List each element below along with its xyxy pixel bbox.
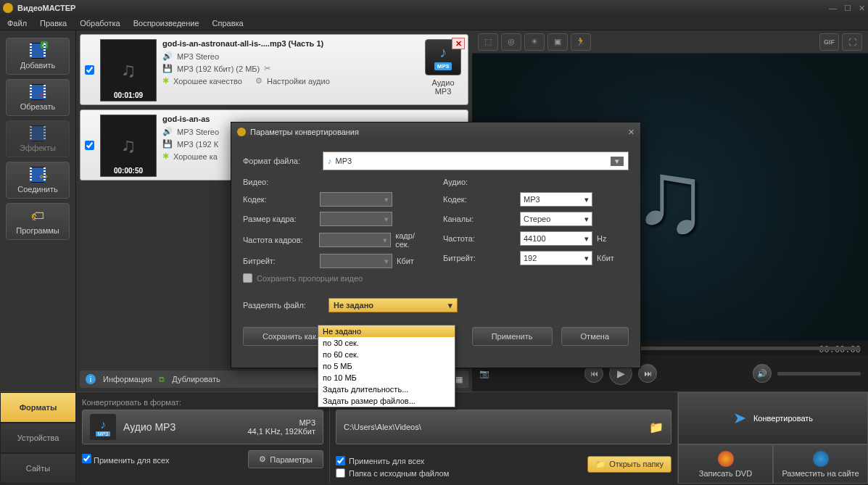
effects-label: Эффекты <box>20 144 56 152</box>
dialog-title: Параметры конвертирования <box>250 128 359 136</box>
info-button[interactable]: Информация <box>103 375 152 384</box>
split-option[interactable]: по 5 МБ <box>318 360 455 372</box>
brightness-icon[interactable]: ☀ <box>524 33 545 51</box>
video-codec-select: ▾ <box>320 192 392 207</box>
info-icon[interactable]: i <box>86 374 96 384</box>
tab-formats[interactable]: Форматы <box>0 392 76 423</box>
volume-icon[interactable]: 🔊 <box>753 364 772 383</box>
next-button[interactable]: ⏭ <box>638 364 657 383</box>
maximize-icon[interactable]: ☐ <box>844 4 851 13</box>
frequency-select[interactable]: 44100▾ <box>520 231 592 246</box>
join-button[interactable]: ⚯ Соединить <box>6 162 70 199</box>
split-option[interactable]: по 10 МБ <box>318 372 455 384</box>
add-label: Добавить <box>20 61 56 70</box>
chevron-down-icon: ▾ <box>448 301 452 310</box>
save-applyall-checkbox[interactable]: Применить для всех <box>336 456 449 465</box>
programs-button[interactable]: 🏷 Программы <box>6 203 70 240</box>
effects-button[interactable]: Эффекты <box>6 120 70 157</box>
audio-bitrate-select[interactable]: 192▾ <box>520 251 592 265</box>
tab-sites[interactable]: Сайты <box>0 453 76 484</box>
split-option[interactable]: Задать размер файлов... <box>318 395 455 407</box>
duplicate-icon[interactable]: ⧉ <box>159 375 165 384</box>
snapshot-icon[interactable]: ◎ <box>501 33 521 51</box>
save-path-selector[interactable]: C:\Users\Alex\Videos\ 📁 <box>336 410 671 444</box>
split-option[interactable]: по 30 сек. <box>318 337 455 349</box>
keep-ratio-checkbox <box>243 273 252 283</box>
file-name: god-is-an-astronaut-all-is-....mp3 (Част… <box>162 39 417 48</box>
file-item[interactable]: ♫ 00:01:09 god-is-an-astronaut-all-is-..… <box>80 34 468 105</box>
disc-icon <box>718 451 734 467</box>
apply-button[interactable]: Применить <box>472 327 553 346</box>
tags-icon: 🏷 <box>28 208 48 224</box>
cut-label: Обрезать <box>20 102 56 111</box>
music-note-icon: ♫ <box>121 59 136 82</box>
file-checkbox[interactable] <box>85 65 94 75</box>
file-settings[interactable]: Настройки аудио <box>267 77 330 86</box>
split-dropdown[interactable]: Не задано по 30 сек. по 60 сек. по 5 МБ … <box>318 325 455 407</box>
file-thumbnail: ♫ 00:00:50 <box>100 115 157 177</box>
convert-button[interactable]: ➤ Конвертировать <box>678 392 868 444</box>
file-checkbox[interactable] <box>85 141 94 150</box>
frame-icon[interactable]: ▣ <box>547 33 568 51</box>
file-codec: MP3 (192 Кбит) (2 МБ) <box>177 65 260 73</box>
file-duration: 00:00:50 <box>101 167 156 175</box>
app-title: ВидеоМАСТЕР <box>17 4 829 12</box>
speed-icon[interactable]: 🏃 <box>571 33 591 51</box>
music-note-icon: ♫ <box>632 138 708 256</box>
add-button[interactable]: + Добавить <box>6 38 70 75</box>
volume-slider[interactable] <box>777 372 861 376</box>
format-selector[interactable]: ♪MP3 Аудио MP3 MP3 44,1 KHz, 192Кбит <box>82 410 323 444</box>
folder-icon[interactable]: 📁 <box>649 420 664 434</box>
split-option[interactable]: Не задано <box>318 326 455 337</box>
gear-icon[interactable]: ⚙ <box>255 76 263 86</box>
menu-file[interactable]: Файл <box>7 19 27 28</box>
menu-help[interactable]: Справка <box>212 19 244 28</box>
app-logo-icon <box>237 128 246 136</box>
menu-edit[interactable]: Правка <box>40 19 67 28</box>
split-option[interactable]: по 60 сек. <box>318 349 455 360</box>
camera-icon[interactable]: 📷 <box>479 369 489 378</box>
close-icon[interactable]: ✕ <box>859 4 865 13</box>
channels-select[interactable]: Стерео▾ <box>520 212 592 226</box>
cut-button[interactable]: ✂ Обрезать <box>6 79 70 116</box>
dialog-close-button[interactable]: ✕ <box>628 128 635 137</box>
format-name: Аудио MP3 <box>123 421 175 433</box>
open-folder-button[interactable]: 📁Открыть папку <box>587 456 671 473</box>
programs-label: Программы <box>16 226 59 235</box>
tab-devices[interactable]: Устройства <box>0 423 76 453</box>
frame-size-select: ▾ <box>320 212 392 226</box>
scissors-icon: ✂ <box>40 90 48 101</box>
menu-playback[interactable]: Воспроизведение <box>133 19 199 28</box>
plus-icon: + <box>41 41 48 49</box>
cancel-button[interactable]: Отмена <box>561 327 629 346</box>
view-grid-icon[interactable]: ▦ <box>455 375 463 384</box>
file-thumbnail: ♫ 00:01:09 <box>100 39 157 101</box>
disc-icon: 💾 <box>162 139 173 149</box>
publish-button[interactable]: Разместить на сайте <box>773 444 868 484</box>
minimize-icon[interactable]: — <box>829 4 837 13</box>
music-note-icon: ♫ <box>121 134 136 157</box>
audio-codec-select[interactable]: MP3▾ <box>520 192 592 207</box>
split-option[interactable]: Задать длительность... <box>318 384 455 395</box>
sidebar: + Добавить ✂ Обрезать Эффекты ⚯ Соединит… <box>0 30 76 391</box>
save-path: C:\Users\Alex\Videos\ <box>344 423 421 431</box>
format-select[interactable]: ♪ MP3 ▾ <box>323 152 629 170</box>
format-applyall-checkbox[interactable]: Применить для всех <box>82 454 169 465</box>
remove-file-button[interactable]: ✕ <box>452 38 465 49</box>
gif-button[interactable]: GIF <box>819 33 839 51</box>
link-icon: ⚯ <box>40 172 47 182</box>
format-section-label: Конвертировать в формат: <box>82 398 323 407</box>
save-srcfolder-checkbox[interactable]: Папка с исходным файлом <box>336 468 449 478</box>
fullscreen-icon[interactable]: ⛶ <box>842 33 862 51</box>
menu-process[interactable]: Обработка <box>80 19 120 28</box>
file-format-label: Аудио MP3 <box>431 78 454 96</box>
duplicate-button[interactable]: Дублировать <box>172 375 220 384</box>
speaker-icon: 🔊 <box>162 51 173 61</box>
burn-dvd-button[interactable]: Записать DVD <box>678 444 773 484</box>
cut-icon[interactable]: ✂ <box>264 64 270 73</box>
titlebar: ВидеоМАСТЕР — ☐ ✕ <box>0 0 868 16</box>
params-button[interactable]: ⚙Параметры <box>248 450 323 468</box>
preview-toolbar: ⬚ ◎ ☀ ▣ 🏃 GIF ⛶ <box>472 30 868 54</box>
split-select[interactable]: Не задано▾ <box>328 298 458 312</box>
crop-icon[interactable]: ⬚ <box>478 33 498 51</box>
